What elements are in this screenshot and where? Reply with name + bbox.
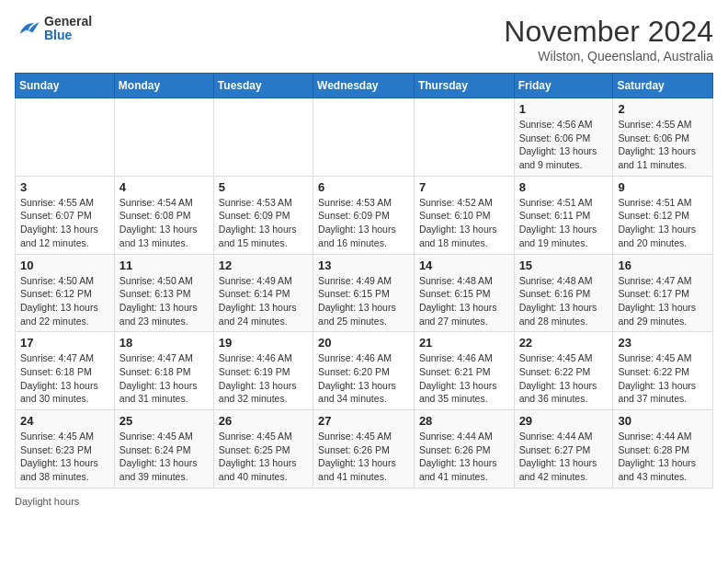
calendar-cell: 27Sunrise: 4:45 AMSunset: 6:26 PMDayligh… <box>313 410 415 488</box>
day-of-week-header: Friday <box>514 74 613 98</box>
calendar-cell: 17Sunrise: 4:47 AMSunset: 6:18 PMDayligh… <box>16 332 115 410</box>
calendar-cell <box>313 98 415 177</box>
calendar-week-row: 24Sunrise: 4:45 AMSunset: 6:23 PMDayligh… <box>16 410 713 488</box>
day-info: Sunrise: 4:46 AMSunset: 6:21 PMDaylight:… <box>419 351 509 406</box>
daylight-label: Daylight hours <box>15 496 79 507</box>
day-info: Sunrise: 4:55 AMSunset: 6:06 PMDaylight:… <box>618 118 708 172</box>
logo-text: General Blue <box>44 15 92 43</box>
day-number: 30 <box>618 414 708 428</box>
day-of-week-header: Tuesday <box>213 74 313 98</box>
logo-blue: Blue <box>44 29 92 42</box>
day-number: 4 <box>119 180 209 194</box>
calendar-cell: 6Sunrise: 4:53 AMSunset: 6:09 PMDaylight… <box>313 176 415 254</box>
title-block: November 2024 Wilston, Queensland, Austr… <box>504 15 713 63</box>
day-info: Sunrise: 4:45 AMSunset: 6:25 PMDaylight:… <box>219 430 308 484</box>
day-number: 15 <box>519 259 609 272</box>
day-number: 2 <box>618 102 708 116</box>
calendar-table: SundayMondayTuesdayWednesdayThursdayFrid… <box>15 73 713 488</box>
day-info: Sunrise: 4:49 AMSunset: 6:14 PMDaylight:… <box>219 274 308 328</box>
day-of-week-header: Sunday <box>16 74 115 98</box>
calendar-cell: 5Sunrise: 4:53 AMSunset: 6:09 PMDaylight… <box>213 176 313 254</box>
day-info: Sunrise: 4:47 AMSunset: 6:18 PMDaylight:… <box>119 351 209 406</box>
day-info: Sunrise: 4:45 AMSunset: 6:24 PMDaylight:… <box>119 430 209 484</box>
day-info: Sunrise: 4:56 AMSunset: 6:06 PMDaylight:… <box>519 118 609 172</box>
calendar-week-row: 1Sunrise: 4:56 AMSunset: 6:06 PMDaylight… <box>16 98 713 177</box>
calendar-header: SundayMondayTuesdayWednesdayThursdayFrid… <box>16 74 713 98</box>
day-info: Sunrise: 4:44 AMSunset: 6:26 PMDaylight:… <box>419 430 509 484</box>
calendar-cell <box>114 98 213 177</box>
day-info: Sunrise: 4:45 AMSunset: 6:23 PMDaylight:… <box>20 430 109 484</box>
day-number: 18 <box>119 336 209 350</box>
location: Wilston, Queensland, Australia <box>504 49 713 63</box>
day-number: 29 <box>519 414 609 428</box>
day-number: 12 <box>219 259 308 272</box>
calendar-cell: 7Sunrise: 4:52 AMSunset: 6:10 PMDaylight… <box>414 176 514 254</box>
calendar-cell: 8Sunrise: 4:51 AMSunset: 6:11 PMDaylight… <box>514 176 613 254</box>
day-number: 7 <box>419 180 509 194</box>
calendar-cell: 18Sunrise: 4:47 AMSunset: 6:18 PMDayligh… <box>114 332 213 410</box>
calendar-cell: 12Sunrise: 4:49 AMSunset: 6:14 PMDayligh… <box>213 254 313 332</box>
logo: General Blue <box>15 15 92 43</box>
calendar-cell: 1Sunrise: 4:56 AMSunset: 6:06 PMDaylight… <box>514 98 613 177</box>
day-info: Sunrise: 4:53 AMSunset: 6:09 PMDaylight:… <box>219 196 308 250</box>
calendar-cell: 30Sunrise: 4:44 AMSunset: 6:28 PMDayligh… <box>613 410 713 488</box>
day-number: 21 <box>419 336 509 350</box>
month-title: November 2024 <box>504 15 713 49</box>
calendar-cell: 22Sunrise: 4:45 AMSunset: 6:22 PMDayligh… <box>514 332 613 410</box>
day-of-week-header: Thursday <box>414 74 514 98</box>
day-info: Sunrise: 4:46 AMSunset: 6:19 PMDaylight:… <box>219 351 308 406</box>
calendar-cell: 13Sunrise: 4:49 AMSunset: 6:15 PMDayligh… <box>313 254 415 332</box>
days-row: SundayMondayTuesdayWednesdayThursdayFrid… <box>16 74 713 98</box>
day-number: 17 <box>20 336 109 350</box>
day-info: Sunrise: 4:45 AMSunset: 6:22 PMDaylight:… <box>618 351 708 406</box>
day-info: Sunrise: 4:51 AMSunset: 6:11 PMDaylight:… <box>519 196 609 250</box>
day-number: 13 <box>318 259 409 272</box>
day-number: 23 <box>618 336 708 350</box>
day-number: 14 <box>419 259 509 272</box>
day-of-week-header: Wednesday <box>313 74 415 98</box>
calendar-cell: 29Sunrise: 4:44 AMSunset: 6:27 PMDayligh… <box>514 410 613 488</box>
logo-bird-icon <box>15 16 40 41</box>
day-info: Sunrise: 4:45 AMSunset: 6:26 PMDaylight:… <box>318 430 409 484</box>
calendar-cell: 24Sunrise: 4:45 AMSunset: 6:23 PMDayligh… <box>16 410 115 488</box>
day-number: 19 <box>219 336 308 350</box>
day-of-week-header: Monday <box>114 74 213 98</box>
calendar-cell: 19Sunrise: 4:46 AMSunset: 6:19 PMDayligh… <box>213 332 313 410</box>
day-info: Sunrise: 4:46 AMSunset: 6:20 PMDaylight:… <box>318 351 409 406</box>
calendar-cell: 23Sunrise: 4:45 AMSunset: 6:22 PMDayligh… <box>613 332 713 410</box>
calendar-cell: 16Sunrise: 4:47 AMSunset: 6:17 PMDayligh… <box>613 254 713 332</box>
day-info: Sunrise: 4:49 AMSunset: 6:15 PMDaylight:… <box>318 274 409 328</box>
day-info: Sunrise: 4:52 AMSunset: 6:10 PMDaylight:… <box>419 196 509 250</box>
day-number: 3 <box>20 180 109 194</box>
calendar-cell <box>213 98 313 177</box>
day-of-week-header: Saturday <box>613 74 713 98</box>
day-info: Sunrise: 4:50 AMSunset: 6:13 PMDaylight:… <box>119 274 209 328</box>
calendar-cell: 28Sunrise: 4:44 AMSunset: 6:26 PMDayligh… <box>414 410 514 488</box>
day-info: Sunrise: 4:50 AMSunset: 6:12 PMDaylight:… <box>20 274 109 328</box>
calendar-cell: 2Sunrise: 4:55 AMSunset: 6:06 PMDaylight… <box>613 98 713 177</box>
day-number: 11 <box>119 259 209 272</box>
day-info: Sunrise: 4:48 AMSunset: 6:16 PMDaylight:… <box>519 274 609 328</box>
day-number: 9 <box>618 180 708 194</box>
day-info: Sunrise: 4:44 AMSunset: 6:28 PMDaylight:… <box>618 430 708 484</box>
logo-general: General <box>44 15 92 29</box>
calendar-body: 1Sunrise: 4:56 AMSunset: 6:06 PMDaylight… <box>16 98 713 488</box>
day-number: 10 <box>20 259 109 272</box>
calendar-week-row: 10Sunrise: 4:50 AMSunset: 6:12 PMDayligh… <box>16 254 713 332</box>
day-number: 24 <box>20 414 109 428</box>
day-number: 16 <box>618 259 708 272</box>
calendar-cell: 21Sunrise: 4:46 AMSunset: 6:21 PMDayligh… <box>414 332 514 410</box>
calendar-footer: Daylight hours <box>15 496 713 507</box>
day-number: 25 <box>119 414 209 428</box>
day-info: Sunrise: 4:48 AMSunset: 6:15 PMDaylight:… <box>419 274 509 328</box>
calendar-cell: 3Sunrise: 4:55 AMSunset: 6:07 PMDaylight… <box>16 176 115 254</box>
calendar-cell: 11Sunrise: 4:50 AMSunset: 6:13 PMDayligh… <box>114 254 213 332</box>
day-number: 22 <box>519 336 609 350</box>
page-header: General Blue November 2024 Wilston, Quee… <box>15 15 713 63</box>
day-number: 5 <box>219 180 308 194</box>
day-number: 27 <box>318 414 409 428</box>
day-info: Sunrise: 4:53 AMSunset: 6:09 PMDaylight:… <box>318 196 409 250</box>
day-info: Sunrise: 4:47 AMSunset: 6:17 PMDaylight:… <box>618 274 708 328</box>
day-number: 8 <box>519 180 609 194</box>
calendar-week-row: 3Sunrise: 4:55 AMSunset: 6:07 PMDaylight… <box>16 176 713 254</box>
